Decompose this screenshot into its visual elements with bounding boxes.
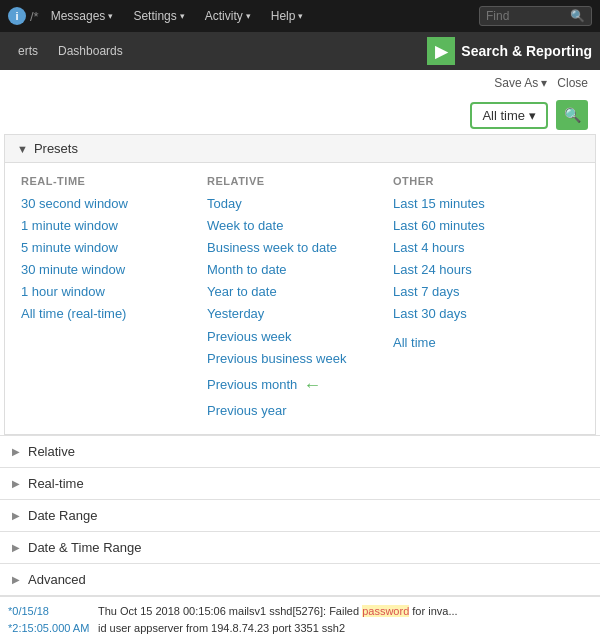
preset-5min[interactable]: 5 minute window (21, 237, 207, 259)
log-msg2: for inva... (409, 605, 457, 617)
section-label: Date Range (28, 508, 97, 523)
settings-arrow: ▾ (180, 11, 185, 21)
section-real-time[interactable]: ▶Real-time (0, 467, 600, 499)
find-icon: 🔍 (570, 9, 585, 23)
activity-menu[interactable]: Activity ▾ (197, 7, 259, 25)
log-date2: *2:15:05.000 AM (8, 620, 98, 637)
log-timestamp: *0/15/18 *2:15:05.000 AM (8, 603, 98, 636)
section-chevron: ▶ (12, 574, 20, 585)
preset-week-to-date[interactable]: Week to date (207, 215, 393, 237)
preset-last15[interactable]: Last 15 minutes (393, 193, 579, 215)
save-as-button[interactable]: Save As ▾ (494, 76, 547, 90)
other-col: OTHER Last 15 minutes Last 60 minutes La… (393, 175, 579, 422)
section-advanced[interactable]: ▶Advanced (0, 563, 600, 595)
search-reporting-header: ▶ Search & Reporting (427, 37, 592, 65)
section-date-&-time-range[interactable]: ▶Date & Time Range (0, 531, 600, 563)
sections-container: ▶Relative▶Real-time▶Date Range▶Date & Ti… (0, 435, 600, 595)
section-label: Date & Time Range (28, 540, 141, 555)
other-header: OTHER (393, 175, 579, 187)
messages-menu[interactable]: Messages ▾ (43, 7, 122, 25)
log-msg3: id user appserver from 194.8.74.23 port … (98, 622, 345, 634)
activity-arrow: ▾ (246, 11, 251, 21)
help-menu[interactable]: Help ▾ (263, 7, 312, 25)
presets-chevron: ▼ (17, 143, 28, 155)
presets-header[interactable]: ▼ Presets (5, 135, 595, 163)
presets-body: REAL-TIME 30 second window 1 minute wind… (5, 163, 595, 434)
preset-30sec[interactable]: 30 second window (21, 193, 207, 215)
sr-title: Search & Reporting (461, 43, 592, 59)
preset-month-to-date[interactable]: Month to date (207, 259, 393, 281)
preset-last7d[interactable]: Last 7 days (393, 281, 579, 303)
preset-last60[interactable]: Last 60 minutes (393, 215, 579, 237)
help-arrow: ▾ (298, 11, 303, 21)
log-date1: *0/15/18 (8, 603, 98, 620)
save-as-arrow: ▾ (541, 76, 547, 90)
tab-alerts[interactable]: erts (8, 44, 48, 58)
realtime-col: REAL-TIME 30 second window 1 minute wind… (21, 175, 207, 422)
preset-1min[interactable]: 1 minute window (21, 215, 207, 237)
log-highlight: password (362, 605, 409, 617)
section-chevron: ▶ (12, 510, 20, 521)
relative-header: RELATIVE (207, 175, 393, 187)
preset-prev-week[interactable]: Previous week (207, 326, 393, 348)
preset-prev-year[interactable]: Previous year (207, 400, 393, 422)
section-date-range[interactable]: ▶Date Range (0, 499, 600, 531)
close-button[interactable]: Close (557, 76, 588, 90)
preset-alltime[interactable]: All time (393, 332, 579, 354)
preset-today[interactable]: Today (207, 193, 393, 215)
log-entry: *0/15/18 *2:15:05.000 AM Thu Oct 15 2018… (0, 595, 600, 642)
preset-last30d[interactable]: Last 30 days (393, 303, 579, 325)
section-label: Relative (28, 444, 75, 459)
search-button[interactable]: 🔍 (556, 100, 588, 130)
save-close-bar: Save As ▾ Close (0, 70, 600, 96)
realtime-header: REAL-TIME (21, 175, 207, 187)
search-icon: 🔍 (564, 107, 581, 123)
log-msg1: Thu Oct 15 2018 00:15:06 mailsv1 sshd[52… (98, 605, 362, 617)
preset-30min[interactable]: 30 minute window (21, 259, 207, 281)
section-relative[interactable]: ▶Relative (0, 435, 600, 467)
preset-1hour[interactable]: 1 hour window (21, 281, 207, 303)
section-label: Real-time (28, 476, 84, 491)
preset-last4h[interactable]: Last 4 hours (393, 237, 579, 259)
preset-last24h[interactable]: Last 24 hours (393, 259, 579, 281)
tab-dashboards[interactable]: Dashboards (48, 44, 133, 58)
top-nav: i /* Messages ▾ Settings ▾ Activity ▾ He… (0, 0, 600, 32)
messages-arrow: ▾ (108, 11, 113, 21)
second-bar: erts Dashboards ▶ Search & Reporting (0, 32, 600, 70)
time-picker-bar: All time ▾ 🔍 (0, 96, 600, 134)
preset-alltime-rt[interactable]: All time (real-time) (21, 303, 207, 325)
nav-slash: /* (30, 9, 39, 24)
preset-year-to-date[interactable]: Year to date (207, 281, 393, 303)
sr-icon: ▶ (427, 37, 455, 65)
prev-month-arrow: ← (303, 370, 321, 401)
all-time-arrow: ▾ (529, 108, 536, 123)
settings-menu[interactable]: Settings ▾ (125, 7, 192, 25)
presets-label: Presets (34, 141, 78, 156)
all-time-label: All time (482, 108, 525, 123)
find-box[interactable]: 🔍 (479, 6, 592, 26)
preset-biz-week-to-date[interactable]: Business week to date (207, 237, 393, 259)
presets-container: ▼ Presets REAL-TIME 30 second window 1 m… (4, 134, 596, 435)
section-chevron: ▶ (12, 446, 20, 457)
preset-prev-biz-week[interactable]: Previous business week (207, 348, 393, 370)
section-chevron: ▶ (12, 478, 20, 489)
section-chevron: ▶ (12, 542, 20, 553)
preset-yesterday[interactable]: Yesterday (207, 303, 393, 325)
preset-prev-month[interactable]: Previous month ← (207, 370, 393, 401)
info-icon[interactable]: i (8, 7, 26, 25)
log-message: Thu Oct 15 2018 00:15:06 mailsv1 sshd[52… (98, 603, 458, 636)
all-time-button[interactable]: All time ▾ (470, 102, 548, 129)
relative-col: RELATIVE Today Week to date Business wee… (207, 175, 393, 422)
section-label: Advanced (28, 572, 86, 587)
find-input[interactable] (486, 9, 566, 23)
